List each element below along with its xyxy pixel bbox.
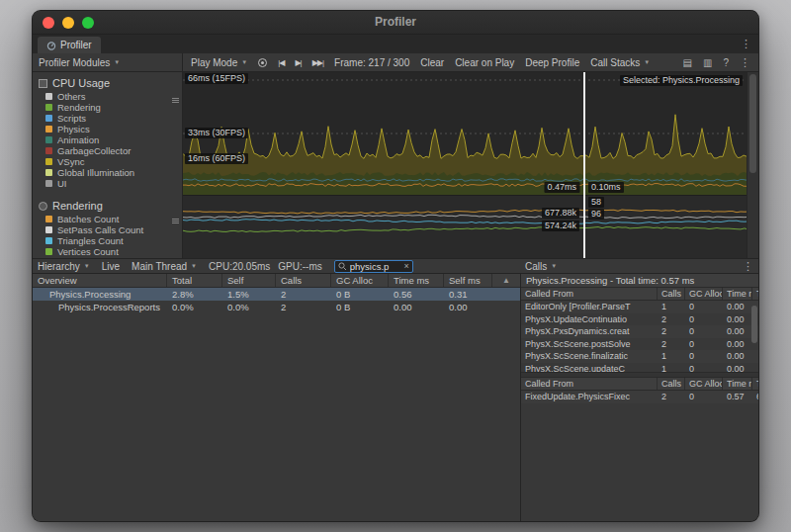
column-header-ti[interactable]: Ti xyxy=(752,378,758,390)
titlebar[interactable]: Profiler xyxy=(33,11,758,35)
column-header-time-ms[interactable]: Time ms xyxy=(389,274,444,287)
column-header-self-ms[interactable]: Self ms xyxy=(444,274,492,287)
module-resize-handle[interactable] xyxy=(172,219,179,223)
legend-item-global-illumination[interactable]: Global Illumination xyxy=(45,167,182,178)
column-header-calls[interactable]: Calls xyxy=(276,274,331,287)
column-header-calls[interactable]: Calls xyxy=(658,288,685,300)
table-row[interactable]: Physics.ProcessReports0.0%0.0%20 B0.000.… xyxy=(33,301,520,313)
legend-label: SetPass Calls Count xyxy=(57,224,143,235)
rendering-chart[interactable]: 677.88k 574.24k 58 96 xyxy=(183,195,748,258)
module-header-cpu-usage[interactable]: CPU Usage xyxy=(33,75,182,91)
clear-button[interactable]: Clear xyxy=(420,57,444,68)
column-header-self[interactable]: Self xyxy=(222,274,276,287)
search-field[interactable]: × xyxy=(334,260,413,273)
table-row[interactable]: PhysX.UpdateContinuatio200.00 xyxy=(521,313,758,326)
sort-indicator-icon[interactable]: ▲ xyxy=(492,274,520,287)
legend-item-garbagecollector[interactable]: GarbageCollector xyxy=(45,145,182,156)
search-input[interactable] xyxy=(350,261,401,272)
legend-label: Others xyxy=(57,91,86,102)
column-header-gc-alloc[interactable]: GC Alloc xyxy=(685,288,723,300)
cpu-usage-graph[interactable] xyxy=(183,72,748,195)
row-value: 2 xyxy=(658,313,685,326)
table-row[interactable]: EditorOnly [Profiler.ParseT100.00 xyxy=(521,301,758,313)
call-stacks-dropdown[interactable]: Call Stacks ▼ xyxy=(590,57,650,68)
row-value: 0.00 xyxy=(444,301,492,313)
record-button[interactable] xyxy=(258,58,267,67)
prev-frame-button[interactable]: |◀ xyxy=(278,58,284,67)
legend-item-vertices-count[interactable]: Vertices Count xyxy=(45,246,182,257)
legend-item-physics[interactable]: Physics xyxy=(45,124,182,134)
details-scrollbar-thumb[interactable] xyxy=(751,306,757,343)
tab-menu-icon[interactable]: ⋮ xyxy=(741,39,751,49)
clear-search-icon[interactable]: × xyxy=(403,261,408,271)
row-name: PhysX.UpdateContinuatio xyxy=(521,313,658,326)
row-name: PhysX.ScScene.finalizatic xyxy=(521,350,658,363)
legend-item-rendering[interactable]: Rendering xyxy=(45,102,182,113)
module-header-rendering[interactable]: Rendering xyxy=(33,198,182,214)
hierarchy-table: OverviewTotalSelfCallsGC AllocTime msSel… xyxy=(33,274,520,521)
legend-item-animation[interactable]: Animation xyxy=(45,134,182,145)
table-row[interactable]: PhysX.ScScene.finalizatic100.00 xyxy=(521,350,758,363)
row-filler xyxy=(492,288,520,301)
table-row[interactable]: FixedUpdate.PhysicsFixec200.5766 xyxy=(521,391,758,403)
search-icon xyxy=(338,262,347,271)
column-header-ti[interactable]: Ti xyxy=(752,288,758,300)
hierarchy-mode-dropdown[interactable]: Hierarchy ▼ xyxy=(38,261,90,272)
column-header-calls[interactable]: Calls xyxy=(658,378,685,390)
save-profile-icon[interactable]: ▤ xyxy=(683,57,692,68)
column-header-gc-alloc[interactable]: GC Alloc xyxy=(331,274,389,287)
deep-profile-toggle[interactable]: Deep Profile xyxy=(525,57,579,68)
toolbar-menu-icon[interactable]: ⋮ xyxy=(740,57,750,68)
legend-item-vsync[interactable]: VSync xyxy=(45,156,182,167)
gridline-label-16ms: 16ms (60FPS) xyxy=(185,153,248,164)
load-profile-icon[interactable]: ▥ xyxy=(703,57,712,68)
column-header-gc-alloc[interactable]: GC Alloc xyxy=(685,378,723,390)
legend-item-setpass-calls-count[interactable]: SetPass Calls Count xyxy=(45,224,182,235)
frame-selection-line[interactable] xyxy=(583,72,585,258)
column-header-total[interactable]: Total xyxy=(167,274,222,287)
live-toggle[interactable]: Live xyxy=(102,261,120,272)
profiler-toolbar: Profiler Modules ▼ Play Mode ▼ |◀ ▶| ▶▶|… xyxy=(33,53,758,72)
cpu-usage-chart[interactable]: 66ms (15FPS) 33ms (30FPS) 16ms (60FPS) S… xyxy=(183,72,748,195)
rendering-graph[interactable] xyxy=(183,196,748,258)
row-value: 0.00 xyxy=(723,363,752,373)
clear-on-play-toggle[interactable]: Clear on Play xyxy=(455,57,514,68)
column-header-time-ms[interactable]: Time ms xyxy=(723,288,752,300)
column-header-called-from[interactable]: Called From xyxy=(521,288,658,300)
table-row[interactable]: PhysX.PxsDynamics.creat200.00 xyxy=(521,325,758,338)
legend-item-ui[interactable]: UI xyxy=(45,178,182,189)
legend-item-triangles-count[interactable]: Triangles Count xyxy=(45,235,182,246)
help-icon[interactable]: ? xyxy=(723,57,729,68)
charts-area: 66ms (15FPS) 33ms (30FPS) 16ms (60FPS) S… xyxy=(183,72,758,258)
legend-item-scripts[interactable]: Scripts xyxy=(45,113,182,124)
current-frame-button[interactable]: ▶▶| xyxy=(312,58,323,67)
play-mode-dropdown[interactable]: Play Mode ▼ xyxy=(191,57,247,68)
legend-color-swatch xyxy=(45,158,52,165)
module-resize-handle[interactable] xyxy=(172,98,179,103)
column-header-time-ms[interactable]: Time ms xyxy=(723,378,752,390)
row-value: 2 xyxy=(658,338,685,351)
chart-scrollbar[interactable] xyxy=(747,72,758,258)
legend-item-others[interactable]: Others xyxy=(45,91,182,102)
zoom-window-button[interactable] xyxy=(82,17,94,29)
batches-count-label: 58 xyxy=(588,197,604,208)
tab-profiler[interactable]: Profiler xyxy=(38,37,101,53)
details-view-dropdown[interactable]: Calls ▼ xyxy=(525,261,557,272)
gpu-time-label: GPU:--ms xyxy=(278,261,321,272)
hierarchy-menu-icon[interactable]: ⋮ xyxy=(743,261,753,272)
column-header-called-from[interactable]: Called From xyxy=(521,378,658,390)
thread-dropdown[interactable]: Main Thread ▼ xyxy=(132,261,197,272)
column-header-overview[interactable]: Overview xyxy=(33,274,167,287)
table-row[interactable]: Physics.Processing2.8%1.5%20 B0.560.31 xyxy=(33,288,520,301)
next-frame-button[interactable]: ▶| xyxy=(295,58,301,67)
legend-color-swatch xyxy=(45,226,52,233)
table-row[interactable]: PhysX.ScScene.updateC100.00 xyxy=(521,363,758,373)
table-row[interactable]: PhysX.ScScene.postSolve200.00 xyxy=(521,338,758,351)
profiler-tab-icon xyxy=(46,41,56,50)
scrollbar-thumb[interactable] xyxy=(749,74,756,173)
minimize-window-button[interactable] xyxy=(62,17,74,29)
close-window-button[interactable] xyxy=(43,17,54,29)
called-from-table: Called FromCallsGC AllocTime msTiEditorO… xyxy=(521,288,758,372)
profiler-modules-dropdown[interactable]: Profiler Modules ▼ xyxy=(33,53,183,71)
legend-item-batches-count[interactable]: Batches Count xyxy=(45,214,182,224)
